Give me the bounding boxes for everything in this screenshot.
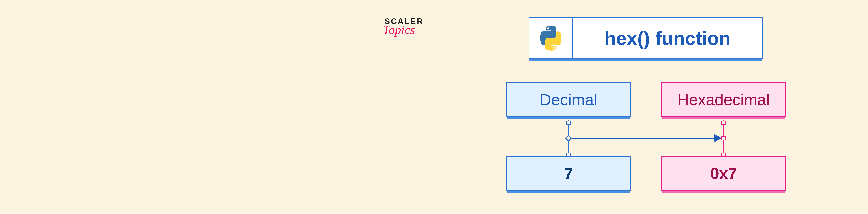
arrow-head-icon <box>714 134 722 142</box>
decimal-value-text: 7 <box>564 165 573 183</box>
header-title: hex() function <box>573 27 762 49</box>
connector-node-icon <box>721 120 726 125</box>
decimal-label-text: Decimal <box>540 91 597 109</box>
connector-node-icon <box>721 136 726 140</box>
header-box: hex() function <box>529 17 763 59</box>
python-logo-icon <box>537 24 565 52</box>
hex-value-box: 0x7 <box>661 156 786 191</box>
decimal-value-box: 7 <box>506 156 631 191</box>
connector-node-icon <box>566 153 570 157</box>
scaler-topics-logo: SCALER Topics <box>384 16 424 37</box>
connector-node-icon <box>566 120 570 125</box>
hex-label-text: Hexadecimal <box>677 91 770 109</box>
connector-node-icon <box>721 153 726 157</box>
python-logo-container <box>529 18 573 58</box>
decimal-label-box: Decimal <box>506 82 631 117</box>
hex-value-text: 0x7 <box>710 165 737 183</box>
arrow-line <box>571 138 716 139</box>
connector-diamond-icon <box>565 135 572 142</box>
hex-label-box: Hexadecimal <box>661 82 786 117</box>
